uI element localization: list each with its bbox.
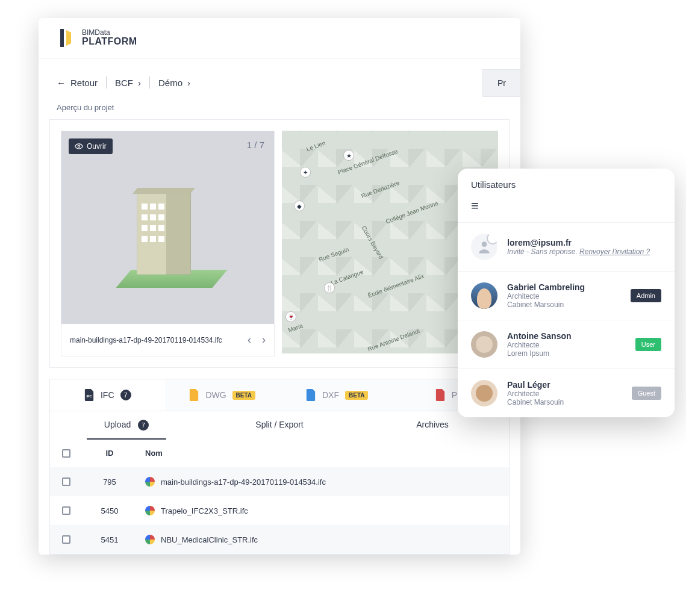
map-label: Rue Denuzière: [360, 179, 400, 199]
ifc-icon: [145, 477, 155, 487]
breadcrumb-label: BCF: [115, 78, 133, 88]
users-panel: Utilisateurs ≡ lorem@ipsum.fr Invité - S…: [458, 169, 675, 417]
preview-panel: Ouvrir 1 / 7 main-buildings-a17-dp-49-20…: [49, 119, 510, 368]
svg-point-2: [78, 145, 80, 148]
map-poi-icon: ★: [343, 150, 354, 161]
map-label: Rue Seguin: [318, 246, 350, 263]
logo-brand-big: PLATFORM: [82, 36, 137, 47]
row-id: 5451: [83, 526, 137, 554]
avatar: [471, 331, 497, 358]
row-id: 795: [83, 468, 137, 496]
svg-text:IFC: IFC: [86, 394, 92, 398]
user-row[interactable]: Paul Léger Architecte Cabinet Marsouin G…: [458, 369, 675, 417]
back-label: Retour: [70, 78, 98, 88]
model-preview[interactable]: Ouvrir 1 / 7: [61, 131, 274, 324]
user-row-pending: lorem@ipsum.fr Invité - Sans réponse. Re…: [458, 222, 675, 271]
row-checkbox[interactable]: [62, 478, 70, 486]
pending-status: Invité - Sans réponse. Renvoyer l'invita…: [507, 247, 661, 256]
table-row[interactable]: 5451 NBU_MedicalClinic_STR.ifc: [50, 525, 509, 554]
pdf-file-icon: [435, 389, 446, 401]
count-badge: 7: [120, 390, 131, 400]
building-icon: [126, 179, 210, 288]
table-row[interactable]: 5450 Trapelo_IFC2X3_STR.ifc: [50, 496, 509, 525]
table-header: ID Nom: [50, 439, 509, 467]
resend-invite-link[interactable]: Renvoyer l'invitation ?: [579, 247, 650, 256]
svg-point-4: [482, 241, 487, 247]
map-label: Le Lien: [305, 140, 326, 153]
dwg-file-icon: [189, 389, 199, 401]
tab-ifc[interactable]: IFC IFC 7: [50, 379, 165, 411]
col-id[interactable]: ID: [83, 439, 137, 467]
map-label: École élémentaire Alix: [367, 273, 425, 299]
user-row[interactable]: Antoine Sanson Architecte Lorem Ipsum Us…: [458, 320, 675, 369]
select-all-checkbox[interactable]: [62, 449, 70, 458]
row-name-text: NBU_MedicalClinic_STR.ifc: [161, 535, 258, 544]
row-name: Trapelo_IFC2X3_STR.ifc: [137, 496, 509, 525]
ifc-file-icon: IFC: [84, 389, 95, 401]
next-model-button[interactable]: ›: [262, 334, 266, 346]
pending-email: lorem@ipsum.fr: [507, 238, 661, 247]
open-button[interactable]: Ouvrir: [69, 138, 113, 154]
user-org: Lorem Ipsum: [507, 349, 626, 358]
breadcrumb-item-demo[interactable]: Démo ›: [158, 78, 190, 88]
tab-dwg[interactable]: DWG BETA: [165, 379, 280, 411]
open-label: Ouvrir: [87, 142, 107, 151]
file-table: ID Nom 795 main-buildings-a17-dp-49-2017…: [49, 439, 510, 555]
role-badge: Admin: [631, 289, 661, 302]
beta-badge: BETA: [345, 391, 368, 400]
users-title: Utilisateurs: [458, 169, 675, 198]
map-poi-icon: ✦: [300, 167, 311, 178]
map-label: Collège Jean Monne: [385, 200, 439, 225]
back-button[interactable]: ← Retour: [57, 78, 98, 88]
role-badge: Guest: [632, 387, 661, 400]
user-name: Gabriel Cambreling: [507, 282, 621, 292]
map-poi-icon: 🍷: [285, 311, 296, 322]
map-label: Cours Bayard: [361, 225, 385, 260]
app-header: BIMData PLATFORM: [39, 18, 520, 58]
tab-label: DWG: [205, 390, 226, 400]
pending-status-text: Invité - Sans réponse.: [507, 247, 578, 256]
col-name[interactable]: Nom: [137, 439, 509, 467]
logo-brand-small: BIMData: [82, 29, 137, 36]
user-job: Architecte: [507, 292, 621, 300]
map-label: Maria: [287, 322, 304, 334]
breadcrumb-sep: [149, 76, 150, 89]
map-label: La Calangue: [330, 269, 364, 287]
model-filename: main-buildings-a17-dp-49-20170119-014534…: [70, 336, 222, 344]
row-name-text: Trapelo_IFC2X3_STR.ifc: [161, 506, 248, 515]
user-org: Cabinet Marsouin: [507, 300, 621, 309]
logo: BIMData PLATFORM: [60, 29, 137, 47]
count-badge: 7: [138, 420, 149, 431]
tab-label: DXF: [322, 390, 339, 400]
eye-icon: [75, 142, 83, 151]
prev-model-button[interactable]: ‹: [248, 334, 251, 346]
section-title: Aperçu du projet: [39, 103, 520, 119]
menu-icon[interactable]: ≡: [458, 198, 675, 222]
tab-label: IFC: [101, 390, 114, 400]
user-name: Antoine Sanson: [507, 331, 626, 341]
logo-icon: [60, 29, 75, 47]
user-name: Paul Léger: [507, 380, 622, 390]
tab-dxf[interactable]: DXF BETA: [279, 379, 394, 411]
user-row[interactable]: Gabriel Cambreling Architecte Cabinet Ma…: [458, 271, 675, 320]
row-checkbox[interactable]: [62, 535, 70, 544]
beta-badge: BETA: [232, 391, 255, 400]
model-footer: main-buildings-a17-dp-49-20170119-014534…: [61, 324, 274, 356]
right-partial-tab[interactable]: Pr: [482, 69, 520, 97]
row-checkbox[interactable]: [62, 506, 70, 515]
chevron-right-icon: ›: [187, 78, 190, 88]
row-name: main-buildings-a17-dp-49-20170119-014534…: [137, 467, 509, 496]
subtab-split-export[interactable]: Split / Export: [203, 411, 356, 439]
ifc-icon: [145, 535, 155, 544]
avatar: [471, 282, 497, 309]
subtab-upload[interactable]: Upload 7: [50, 411, 203, 439]
table-body: 795 main-buildings-a17-dp-49-20170119-01…: [50, 467, 509, 554]
breadcrumb-item-bcf[interactable]: BCF ›: [115, 78, 141, 88]
main-window: BIMData PLATFORM ← Retour BCF › Démo › P…: [39, 18, 520, 555]
model-pager: ‹ ›: [248, 334, 266, 346]
file-type-tabs: IFC IFC 7 DWG BETA DXF BETA PDF Upload: [49, 379, 510, 439]
table-row[interactable]: 795 main-buildings-a17-dp-49-20170119-01…: [50, 467, 509, 496]
breadcrumb-label: Démo: [158, 78, 182, 88]
dxf-file-icon: [305, 389, 316, 401]
model-counter: 1 / 7: [247, 140, 264, 150]
